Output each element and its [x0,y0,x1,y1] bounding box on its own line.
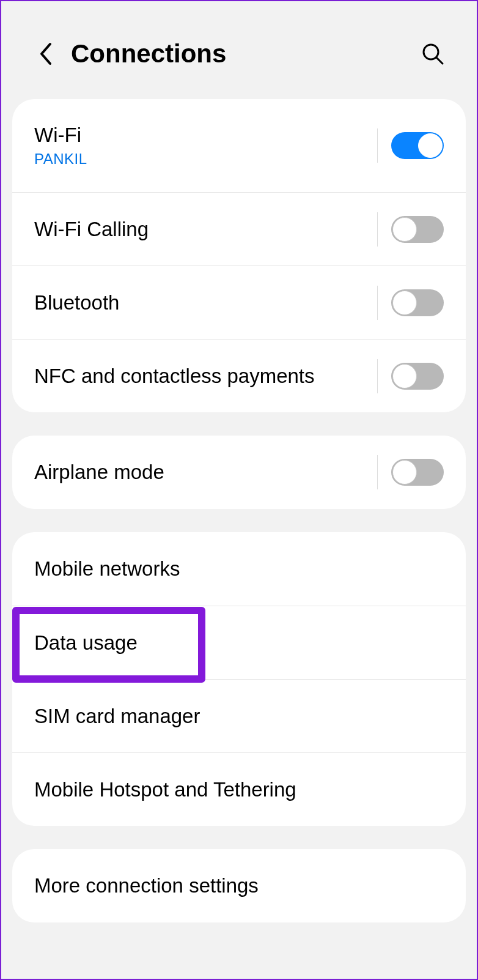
search-button[interactable] [418,39,447,69]
row-title: Wi-Fi [34,124,369,147]
chevron-left-icon [38,42,53,66]
svg-line-1 [436,58,443,64]
row-title: More connection settings [34,874,444,897]
row-text: More connection settings [34,874,444,897]
row-title: Data usage [34,631,444,655]
settings-group-1: Wi-Fi PANKIL Wi-Fi Calling Bluetooth NFC… [12,99,466,412]
row-text: Bluetooth [34,291,369,314]
row-sim-manager[interactable]: SIM card manager [12,679,466,752]
row-text: Airplane mode [34,461,369,484]
row-mobile-networks[interactable]: Mobile networks [12,532,466,606]
row-hotspot[interactable]: Mobile Hotspot and Tethering [12,752,466,826]
row-text: Wi-Fi PANKIL [34,124,369,168]
search-icon [421,42,445,66]
settings-group-2: Airplane mode [12,436,466,509]
toggle-separator [377,212,378,247]
wifi-calling-toggle[interactable] [391,216,444,243]
bluetooth-toggle[interactable] [391,289,444,316]
back-button[interactable] [31,39,60,69]
row-more-connection[interactable]: More connection settings [12,849,466,922]
row-text: Mobile networks [34,557,444,581]
row-title: Airplane mode [34,461,369,484]
row-title: Wi-Fi Calling [34,218,369,241]
row-title: NFC and contactless payments [34,365,369,388]
toggle-separator [377,455,378,489]
header: Connections [1,1,477,99]
row-nfc[interactable]: NFC and contactless payments [12,339,466,412]
toggle-separator [377,286,378,320]
row-airplane[interactable]: Airplane mode [12,436,466,509]
row-title: Mobile Hotspot and Tethering [34,778,444,801]
settings-group-4: More connection settings [12,849,466,922]
row-text: Wi-Fi Calling [34,218,369,241]
row-text: Data usage [34,631,444,655]
row-wifi-calling[interactable]: Wi-Fi Calling [12,192,466,265]
row-bluetooth[interactable]: Bluetooth [12,265,466,339]
toggle-separator [377,359,378,393]
row-text: Mobile Hotspot and Tethering [34,778,444,801]
settings-group-3: Mobile networks Data usage SIM card mana… [12,532,466,826]
row-text: NFC and contactless payments [34,365,369,388]
row-data-usage[interactable]: Data usage [12,606,466,679]
page-title: Connections [71,39,418,69]
row-title: SIM card manager [34,705,444,728]
row-title: Mobile networks [34,557,444,581]
nfc-toggle[interactable] [391,363,444,390]
airplane-toggle[interactable] [391,459,444,486]
row-title: Bluetooth [34,291,369,314]
toggle-separator [377,128,378,163]
wifi-network-name: PANKIL [34,150,369,168]
row-text: SIM card manager [34,705,444,728]
row-wifi[interactable]: Wi-Fi PANKIL [12,99,466,192]
wifi-toggle[interactable] [391,132,444,159]
